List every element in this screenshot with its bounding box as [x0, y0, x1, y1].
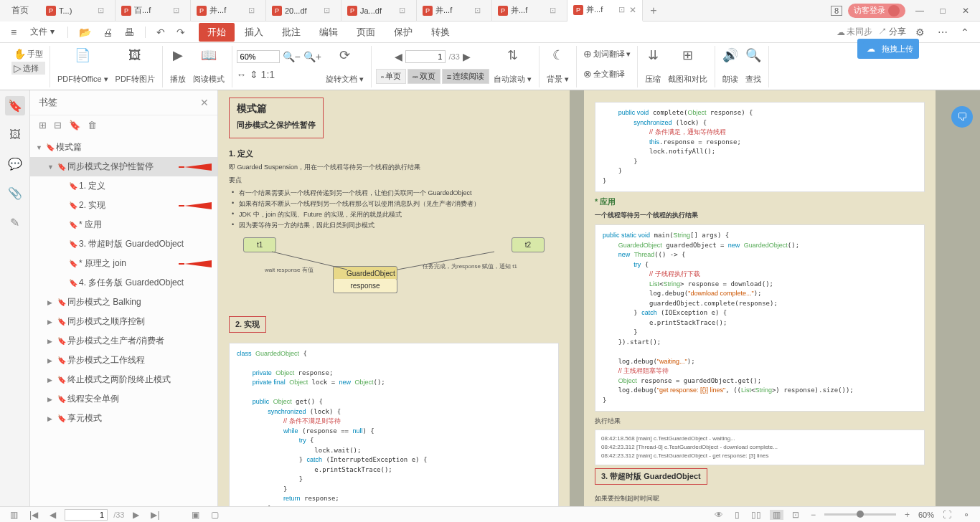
cloud-upload-pill[interactable]: ☁ 拖拽上传 [857, 39, 919, 59]
menu-tab-开始[interactable]: 开始 [199, 23, 235, 42]
tab-dup-icon[interactable]: ⊡ [474, 6, 481, 15]
bookmark-node-6[interactable]: 🔖* 原理之 join [30, 254, 217, 273]
bookmark-node-13[interactable]: ▶🔖线程安全单例 [30, 389, 217, 409]
collapse-all-icon[interactable]: ⊟ [54, 120, 62, 130]
autoscroll[interactable]: ⇅自动滚动 ▾ [491, 46, 534, 86]
background[interactable]: ☾背景 ▾ [544, 46, 572, 86]
close-icon[interactable]: ✕ [957, 6, 974, 16]
sb-zoom-out-icon[interactable]: − [808, 510, 819, 520]
sync-status[interactable]: ☁ 未同步 [837, 26, 872, 38]
doc-tab-4[interactable]: PJa...df⊡ [341, 0, 417, 22]
menu-tab-编辑[interactable]: 编辑 [311, 23, 347, 42]
doc-tab-0[interactable]: PT...)⊡ [40, 0, 116, 22]
doc-tab-2[interactable]: P并...f⊡ [191, 0, 266, 22]
play-button[interactable]: ▶播放 [167, 46, 189, 86]
new-tab-button[interactable]: + [643, 4, 664, 17]
tab-close-icon[interactable]: ✕ [628, 5, 638, 15]
fullscreen-icon[interactable]: ⛶ [940, 510, 954, 520]
bookmark-node-7[interactable]: 🔖4. 多任务版 GuardedObject [30, 273, 217, 293]
tab-dup-icon[interactable]: ⊡ [324, 6, 330, 15]
first-page-icon[interactable]: |◀ [27, 510, 41, 520]
bookmark-node-10[interactable]: ▶🔖异步模式之生产者/消费者 [30, 331, 217, 351]
compare[interactable]: ⊞截图和对比 [665, 46, 710, 86]
continuous-btn[interactable]: ≡ 连续阅读 [442, 69, 489, 84]
sb-view-icon-1[interactable]: ▣ [189, 510, 202, 520]
prev-page-sb-icon[interactable]: ◀ [47, 510, 59, 520]
next-page-icon[interactable]: ▶ [463, 51, 471, 62]
full-translate[interactable]: ⊗全文翻译 [581, 67, 633, 80]
rotate-doc[interactable]: ⟳旋转文档 ▾ [323, 46, 367, 86]
bookmark-icon[interactable]: 🔖 [5, 96, 25, 115]
read-aloud[interactable]: 🔊朗读 [720, 46, 741, 86]
prev-page-icon[interactable]: ◀ [395, 51, 402, 62]
bookmark-node-5[interactable]: 🔖3. 带超时版 GuardedObject [30, 234, 217, 254]
sb-view-icon-2[interactable]: ▢ [208, 510, 222, 520]
save-icon[interactable]: 🖨 [99, 25, 116, 39]
undo-icon[interactable]: ↶ [153, 25, 169, 39]
minimize-icon[interactable]: — [911, 6, 928, 16]
layout-2-icon[interactable]: ▯▯ [748, 510, 764, 520]
print-icon[interactable]: 🖶 [121, 25, 138, 39]
sb-more-icon[interactable]: ⚬ [960, 510, 973, 520]
comment-icon[interactable]: 💬 [5, 154, 25, 174]
doc-tab-3[interactable]: P20...df⊡ [266, 0, 341, 22]
menu-tab-页面[interactable]: 页面 [348, 23, 384, 42]
bookmark-node-0[interactable]: ▼🔖模式篇 [30, 138, 217, 157]
login-button[interactable]: 访客登录 [848, 4, 905, 18]
layout-3-icon[interactable]: ▥ [770, 510, 783, 520]
zoom-select[interactable] [237, 50, 280, 63]
bookmark-node-9[interactable]: ▶🔖同步模式之顺序控制 [30, 312, 217, 331]
bookmark-node-8[interactable]: ▶🔖同步模式之 Balking [30, 293, 217, 312]
menu-tab-转换[interactable]: 转换 [423, 23, 458, 42]
fit-icon[interactable]: ⊡ [789, 510, 802, 520]
maximize-icon[interactable]: □ [934, 6, 951, 16]
fit-page-icon[interactable]: ⇕ [250, 69, 258, 80]
doc-tab-1[interactable]: P百...f⊡ [116, 0, 191, 22]
tab-dup-icon[interactable]: ⊡ [399, 6, 405, 15]
bookmark-node-2[interactable]: 🔖1. 定义 [30, 176, 217, 196]
file-menu[interactable]: 文件 ▾ [24, 24, 60, 39]
tab-dup-icon[interactable]: ⊡ [550, 6, 556, 15]
word-translate[interactable]: ⊕划词翻译 ▾ [581, 47, 633, 60]
pdf-to-office[interactable]: 📄PDF转Office ▾ [55, 46, 111, 86]
hamburger-icon[interactable]: ≡ [7, 25, 20, 39]
find[interactable]: 🔍查找 [743, 46, 764, 86]
assistant-icon[interactable]: 🗨 [951, 106, 973, 128]
tab-dup-icon[interactable]: ⊡ [248, 6, 255, 15]
eye-icon[interactable]: 👁 [712, 510, 726, 520]
hand-tool[interactable]: ✋手型 [11, 47, 45, 60]
attachment-icon[interactable]: 📎 [5, 184, 25, 203]
bookmark-node-1[interactable]: ▼🔖同步模式之保护性暂停 [30, 157, 217, 176]
read-mode[interactable]: 📖阅读模式 [190, 46, 227, 86]
double-page-btn[interactable]: ▫▫ 双页 [407, 69, 440, 84]
bookmark-node-4[interactable]: 🔖* 应用 [30, 215, 217, 234]
delete-bookmark-icon[interactable]: 🗑 [88, 120, 97, 130]
menu-tab-批注[interactable]: 批注 [273, 23, 309, 42]
thumbnail-icon[interactable]: 🖼 [6, 125, 24, 144]
single-page-btn[interactable]: ▫ 单页 [376, 69, 406, 84]
bookmark-node-12[interactable]: ▶🔖终止模式之两阶段终止模式 [30, 370, 217, 389]
menu-tab-保护[interactable]: 保护 [385, 23, 421, 42]
menu-tab-插入[interactable]: 插入 [236, 23, 272, 42]
home-tab[interactable]: 首页 [0, 0, 40, 22]
tab-dup-icon[interactable]: ⊡ [173, 6, 179, 15]
fit-width-icon[interactable]: ↔ [237, 69, 247, 80]
tab-dup-icon[interactable]: ⊡ [618, 5, 625, 14]
doc-tab-5[interactable]: P并...f⊡ [417, 0, 492, 22]
zoom-in-icon[interactable]: 🔍+ [303, 51, 321, 62]
page-input[interactable] [405, 50, 446, 63]
pdf-to-image[interactable]: 🖼PDF转图片 [113, 46, 158, 86]
next-page-sb-icon[interactable]: ▶ [130, 510, 142, 520]
signature-icon[interactable]: ✎ [7, 213, 22, 232]
sidebar-toggle-icon[interactable]: ▥ [7, 510, 21, 520]
sb-zoom-in-icon[interactable]: + [902, 510, 913, 520]
zoom-out-icon[interactable]: 🔍− [283, 51, 301, 62]
page-input-sb[interactable] [65, 509, 108, 521]
open-icon[interactable]: 📂 [75, 25, 95, 39]
redo-icon[interactable]: ↷ [173, 25, 189, 39]
zoom-slider[interactable] [824, 513, 896, 516]
settings-icon[interactable]: ⚙ [912, 25, 928, 39]
layout-1-icon[interactable]: ▯ [732, 510, 743, 520]
expand-all-icon[interactable]: ⊞ [39, 120, 47, 130]
panel-close-icon[interactable]: ✕ [200, 97, 209, 108]
